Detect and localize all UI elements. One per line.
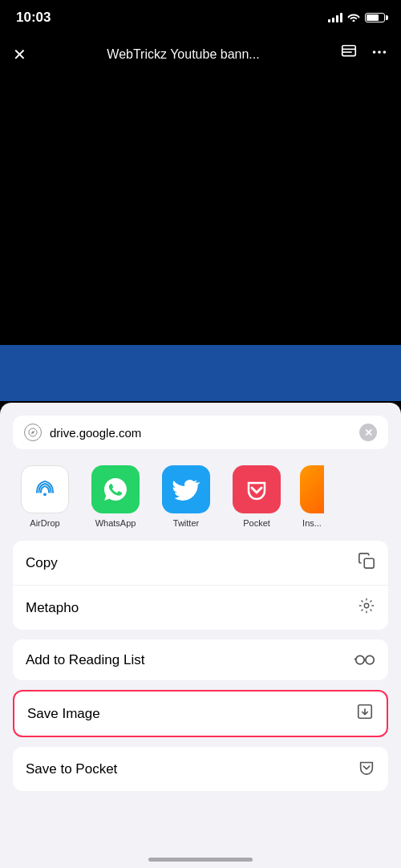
action-group-2: Add to Reading List <box>13 639 388 680</box>
svg-point-4 <box>378 51 381 54</box>
metapho-action[interactable]: Metapho <box>13 586 388 630</box>
twitter-icon <box>162 465 210 513</box>
svg-rect-10 <box>364 558 374 568</box>
twitter-label: Twitter <box>173 518 199 528</box>
copy-icon <box>358 552 375 574</box>
browser-toolbar: ✕ WebTrickz Youtube bann... <box>0 35 401 73</box>
share-url-bar: drive.google.com ✕ <box>13 416 388 449</box>
share-url-text: drive.google.com <box>50 426 351 440</box>
battery-icon <box>365 13 385 22</box>
whatsapp-icon <box>91 465 140 513</box>
status-bar: 10:03 <box>0 0 401 32</box>
svg-point-3 <box>373 51 376 54</box>
blue-banner <box>0 345 401 401</box>
app-icons-row: AirDrop WhatsApp Twitter <box>0 459 401 541</box>
add-reading-list-action[interactable]: Add to Reading List <box>13 639 388 680</box>
app-item-instapaper[interactable]: Ins... <box>292 465 332 528</box>
copy-action[interactable]: Copy <box>13 541 388 586</box>
signal-icon <box>328 13 342 22</box>
comment-icon[interactable] <box>340 43 358 65</box>
app-item-whatsapp[interactable]: WhatsApp <box>80 465 151 528</box>
share-url-close-button[interactable]: ✕ <box>359 424 377 441</box>
content-area <box>0 72 401 385</box>
svg-line-17 <box>371 610 372 611</box>
pocket-icon <box>233 465 281 513</box>
airdrop-icon <box>21 465 69 513</box>
copy-label: Copy <box>26 555 58 571</box>
svg-point-20 <box>356 655 364 663</box>
svg-point-5 <box>383 51 387 54</box>
instapaper-icon <box>300 465 324 513</box>
status-time: 10:03 <box>16 10 51 26</box>
app-item-airdrop[interactable]: AirDrop <box>10 465 80 528</box>
action-group-save-image: Save Image <box>13 690 388 737</box>
url-compass-icon <box>24 424 42 441</box>
svg-line-19 <box>371 601 372 602</box>
save-image-action[interactable]: Save Image <box>14 692 387 736</box>
save-image-label: Save Image <box>27 706 100 722</box>
svg-line-18 <box>362 610 363 611</box>
action-list: Copy Metapho <box>13 541 388 791</box>
toolbar-icons <box>340 43 388 65</box>
close-tab-button[interactable]: ✕ <box>13 45 26 64</box>
glasses-icon <box>354 651 375 669</box>
metapho-icon <box>358 597 375 619</box>
app-item-twitter[interactable]: Twitter <box>151 465 221 528</box>
home-indicator <box>148 858 253 862</box>
svg-point-11 <box>364 603 369 608</box>
share-sheet: drive.google.com ✕ <box>0 403 401 868</box>
pocket-label: Pocket <box>243 518 270 528</box>
svg-point-21 <box>366 655 374 663</box>
page-title: WebTrickz Youtube bann... <box>39 47 327 62</box>
status-icons <box>328 12 385 24</box>
pocket-save-icon <box>358 758 375 780</box>
svg-marker-7 <box>31 431 34 434</box>
save-to-pocket-action[interactable]: Save to Pocket <box>13 747 388 791</box>
svg-line-16 <box>362 601 363 602</box>
airdrop-label: AirDrop <box>30 518 59 528</box>
add-reading-list-label: Add to Reading List <box>26 652 144 668</box>
svg-point-9 <box>43 493 47 496</box>
more-options-icon[interactable] <box>371 43 388 65</box>
svg-line-23 <box>354 659 356 660</box>
save-to-pocket-label: Save to Pocket <box>26 761 117 777</box>
action-group-save-pocket: Save to Pocket <box>13 747 388 791</box>
svg-point-8 <box>30 475 59 503</box>
wifi-icon <box>347 12 360 24</box>
action-group-1: Copy Metapho <box>13 541 388 630</box>
app-item-pocket[interactable]: Pocket <box>221 465 292 528</box>
svg-rect-0 <box>342 46 356 56</box>
metapho-label: Metapho <box>26 600 79 616</box>
whatsapp-label: WhatsApp <box>95 518 136 528</box>
instapaper-label: Ins... <box>302 518 322 528</box>
save-image-icon <box>356 703 374 724</box>
